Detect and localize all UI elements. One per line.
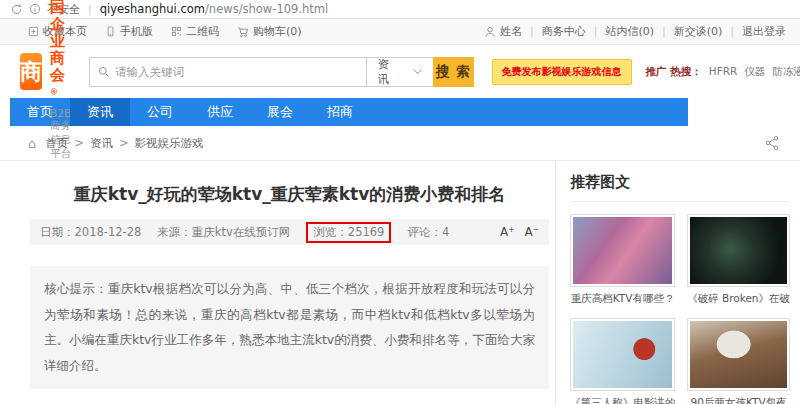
- hot-search-link[interactable]: HFRR: [709, 65, 738, 77]
- hot-search-link[interactable]: 防冻液: [772, 65, 800, 77]
- brand-name: 中国企业商会®: [50, 0, 71, 105]
- article-column: 重庆ktv_好玩的荤场ktv_重庆荤素ktv的消费小费和排名 日期：2018-1…: [0, 161, 549, 404]
- card-caption[interactable]: 《第三人称》电影讲的: [570, 396, 675, 404]
- article-title: 重庆ktv_好玩的荤场ktv_重庆荤素ktv的消费小费和排名: [30, 183, 549, 206]
- breadcrumb-separator: >: [119, 136, 129, 150]
- search-category-select[interactable]: 资讯: [366, 57, 432, 87]
- qrcode-icon: [171, 26, 182, 37]
- card-thumbnail: [570, 318, 675, 391]
- user-icon: [484, 26, 496, 38]
- site-logo[interactable]: 商: [20, 53, 42, 90]
- search-bar: 资讯 搜 索: [89, 57, 474, 87]
- site-topbar: 收藏本页 手机版 二维码 购物车(0): [0, 19, 800, 45]
- refresh-icon[interactable]: [10, 3, 23, 16]
- topbar-separator: |: [730, 25, 734, 38]
- font-size-controls: A⁺ A⁻: [500, 225, 539, 239]
- cart-icon: [237, 26, 249, 38]
- nav-item-exhibition[interactable]: 展会: [250, 98, 310, 126]
- breadcrumb-home[interactable]: 首页: [45, 136, 68, 151]
- recommended-card[interactable]: 重庆高档KTV有哪些？: [570, 214, 675, 314]
- user-link[interactable]: 姓名: [484, 24, 522, 39]
- hot-search: 推广 热搜：HFRR仪器防冻液科技信息数: [646, 65, 800, 79]
- logout-link[interactable]: 退出登录: [742, 24, 786, 39]
- hot-search-link[interactable]: 仪器: [744, 65, 765, 77]
- main-nav: 首页 资讯 公司 供应 展会 招商: [10, 98, 688, 126]
- nav-item-investment[interactable]: 招商: [310, 98, 370, 126]
- couch-image: [690, 321, 787, 388]
- url-divider: |: [88, 3, 92, 16]
- recommended-card[interactable]: 90后两女孩KTV包夜: [687, 318, 790, 404]
- search-box: [89, 57, 366, 87]
- page-url[interactable]: qiyeshanghui.com/news/show-109.html: [100, 2, 328, 16]
- topbar-separator: |: [662, 25, 666, 38]
- content-area: 重庆ktv_好玩的荤场ktv_重庆荤素ktv的消费小费和排名 日期：2018-1…: [0, 161, 800, 404]
- card-thumbnail: [570, 214, 675, 287]
- breadcrumb-news[interactable]: 资讯: [90, 136, 113, 151]
- sidebar: 推荐图文 重庆高档KTV有哪些？ 《破碎 Broken》在破 《第三人称》电影讲…: [555, 161, 800, 404]
- favorite-icon: [28, 26, 39, 37]
- article-date: 日期：2018-12-28: [40, 225, 141, 240]
- ktv-singer-image: [573, 217, 672, 284]
- recommended-card[interactable]: 《破碎 Broken》在破: [687, 214, 790, 314]
- qrcode-link[interactable]: 二维码: [171, 24, 219, 39]
- info-icon[interactable]: [29, 3, 41, 15]
- card-thumbnail: [687, 214, 790, 287]
- topbar-separator: |: [594, 25, 598, 38]
- nav-item-news[interactable]: 资讯: [70, 98, 130, 126]
- breadcrumb-category[interactable]: 影视娱乐游戏: [135, 136, 204, 151]
- recommended-images-title: 推荐图文: [570, 173, 790, 202]
- card-caption[interactable]: 90后两女孩KTV包夜: [687, 396, 790, 404]
- topbar-separator: |: [530, 25, 534, 38]
- free-publish-button[interactable]: 免费发布影视娱乐游戏信息: [492, 59, 632, 85]
- search-icon: [98, 66, 110, 78]
- recommended-cards: 重庆高档KTV有哪些？ 《破碎 Broken》在破 《第三人称》电影讲的 90后…: [570, 214, 790, 404]
- search-button[interactable]: 搜 索: [433, 57, 474, 87]
- nav-item-supply[interactable]: 供应: [190, 98, 250, 126]
- search-input[interactable]: [115, 65, 358, 79]
- nav-item-company[interactable]: 公司: [130, 98, 190, 126]
- business-center-link[interactable]: 商务中心: [542, 24, 586, 39]
- home-icon: ⌂: [28, 136, 36, 151]
- article-core-tip: 核心提示：重庆ktv根据档次可以分为高、中、低三个档次，根据开放程度和玩法可以分…: [30, 266, 549, 389]
- chevron-down-icon: [413, 68, 423, 75]
- card-caption[interactable]: 重庆高档KTV有哪些？: [570, 292, 675, 306]
- breadcrumb-separator: >: [74, 136, 84, 150]
- card-caption[interactable]: 《破碎 Broken》在破: [687, 292, 790, 306]
- share-icon[interactable]: [764, 135, 780, 151]
- article-comments[interactable]: 评论：4: [407, 225, 449, 240]
- nav-item-home[interactable]: 首页: [10, 98, 70, 126]
- recommended-card[interactable]: 《第三人称》电影讲的: [570, 318, 675, 404]
- article-views-highlighted: 浏览：25169: [306, 222, 391, 243]
- topbar-right-links: 姓名 | 商务中心 | 站内信(0) | 新交谈(0) | 退出登录: [484, 24, 786, 39]
- cart-link[interactable]: 购物车(0): [237, 24, 302, 39]
- breadcrumb: ⌂ 首页 > 资讯 > 影视娱乐游戏: [0, 126, 800, 161]
- font-larger-button[interactable]: A⁺: [500, 225, 515, 239]
- hot-search-label: 推广 热搜：: [646, 65, 702, 77]
- chats-link[interactable]: 新交谈(0): [674, 24, 723, 39]
- mobile-icon: [105, 26, 116, 37]
- messages-link[interactable]: 站内信(0): [605, 24, 654, 39]
- browser-address-bar: 不安全 | qiyeshanghui.com/news/show-109.htm…: [0, 0, 800, 19]
- card-thumbnail: [687, 318, 790, 391]
- leaf-window-image: [573, 321, 672, 388]
- font-smaller-button[interactable]: A⁻: [525, 225, 540, 239]
- broken-movie-image: [690, 217, 787, 284]
- site-header: 商 中国企业商会® B2B 商务信息平台 资讯 搜 索 免费发布影视娱乐游戏信息…: [0, 45, 800, 98]
- mobile-link[interactable]: 手机版: [105, 24, 153, 39]
- article-meta-bar: 日期：2018-12-28 来源：重庆ktv在线预订网 浏览：25169 评论：…: [30, 219, 549, 245]
- registered-mark: ®: [50, 88, 58, 97]
- article-source: 来源：重庆ktv在线预订网: [157, 225, 290, 240]
